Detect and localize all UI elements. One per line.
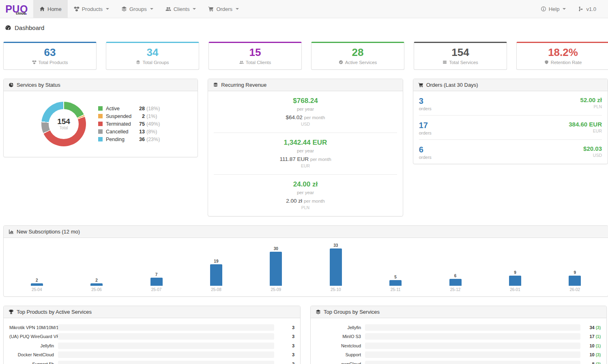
bar[interactable]: [389, 280, 402, 286]
legend-pct: (8%): [146, 129, 157, 135]
hbar-track: [365, 343, 580, 349]
layers-icon: [121, 6, 127, 12]
panel-heading: Services by Status: [4, 79, 198, 91]
stat-label-text: Total Services: [449, 60, 478, 65]
revenue-monthly: $64.02: [286, 114, 303, 120]
legend-item-active[interactable]: Active 28 (18%): [98, 106, 160, 111]
stat-value: 18.2%: [517, 46, 608, 59]
top-products-chart[interactable]: Mikrotik VPN 10M/10M/1... 3 (UA) PUQ Wir…: [4, 318, 300, 364]
hbar-track: [365, 351, 580, 358]
hbar-label: Jellyfin: [316, 325, 365, 330]
info-icon: [541, 6, 546, 12]
revenue-monthly: 111.87 EUR: [279, 156, 309, 162]
bar-category-label: 25-08: [211, 287, 221, 292]
panels-row: Services by Status 154 Total Active 28: [3, 79, 608, 216]
nav-item-home[interactable]: Home: [33, 0, 68, 18]
bar-column: 225-04: [7, 278, 67, 292]
panel-title: Top Groups by Services: [324, 309, 380, 315]
nav-item-clients[interactable]: Clients: [159, 0, 202, 18]
bar[interactable]: [449, 279, 462, 286]
bar[interactable]: [569, 276, 581, 286]
bar[interactable]: [210, 264, 222, 286]
legend-item-pending[interactable]: Pending 36 (23%): [98, 137, 160, 142]
nav-item-groups[interactable]: Groups: [115, 0, 159, 18]
revenue-monthly-label: per month: [304, 199, 325, 203]
bar-value-label: 33: [333, 243, 338, 248]
hbar-row: Docker NextCloud 3: [9, 350, 294, 360]
help-menu[interactable]: Help: [535, 0, 572, 18]
legend-pct: (1%): [146, 113, 157, 119]
bar[interactable]: [90, 283, 103, 286]
nav-label: Clients: [174, 6, 190, 12]
order-left: 3 orders: [419, 96, 432, 111]
order-count: 3: [419, 96, 432, 105]
top-groups-chart[interactable]: Jellyfin 34 (3) MinIO S3 17 (1) Nextclou…: [311, 318, 606, 364]
legend-item-cancelled[interactable]: Cancelled 13 (8%): [98, 129, 160, 135]
stat-cards-row: 63 Total Products 34 Total Groups 15 Tot…: [3, 42, 608, 70]
revenue-monthly-line: 2.00 zł per month: [208, 198, 402, 204]
bar[interactable]: [31, 283, 43, 286]
home-icon: [39, 6, 45, 12]
page-title: Dashboard: [5, 24, 608, 31]
hbar-value: 10 (3): [580, 352, 601, 357]
bar-column: 1925-08: [186, 259, 246, 292]
nav-item-orders[interactable]: Orders: [202, 0, 245, 18]
layers-icon: [136, 60, 140, 64]
legend-item-terminated[interactable]: Terminated 75 (49%): [98, 121, 160, 127]
hbar-value: 10 (1): [580, 343, 601, 348]
page-content: Dashboard 63 Total Products 34 Total Gro…: [0, 24, 608, 364]
panel-heading: Top Products by Active Services: [4, 306, 300, 318]
nav-label: Orders: [216, 6, 232, 12]
version-link[interactable]: v1.0: [572, 0, 602, 18]
nav-label: Products: [82, 6, 103, 12]
hbar-track: [58, 324, 274, 331]
card-total-clients: 15 Total Clients: [208, 42, 302, 70]
subscriptions-chart-area: 225-04225-06725-071925-083025-093325-105…: [4, 238, 608, 296]
services-donut[interactable]: 154 Total: [41, 102, 86, 146]
bar-chart-icon: [9, 229, 14, 234]
stat-label: Retention Rate: [517, 60, 608, 65]
panel-heading: Top Groups by Services: [311, 306, 606, 318]
subscriptions-chart[interactable]: 225-04225-06725-071925-083025-093325-105…: [7, 240, 605, 292]
orders-body: 3 orders 52.00 zł PLN 17 orders: [413, 91, 608, 164]
stat-label: Total Groups: [106, 60, 199, 65]
brand-logo[interactable]: PUQ cloud: [0, 0, 33, 18]
bar[interactable]: [270, 252, 282, 286]
hbar-row: (UA) PUQ WireGuard VPN 3: [9, 332, 294, 341]
bar-value-label: 19: [214, 259, 218, 263]
hbar-value-number: 3: [292, 343, 294, 348]
hbar-value-number: 10: [589, 352, 594, 357]
legend-value: 36: [137, 137, 145, 142]
stat-label: Total Products: [4, 60, 96, 65]
bar-category-label: 25-06: [91, 287, 102, 292]
bar[interactable]: [150, 278, 163, 286]
order-row-eur: 17 orders 384.60 EUR EUR: [413, 116, 608, 139]
order-right: $20.03 USD: [583, 145, 602, 158]
hbar-label: Support 5h: [9, 362, 58, 364]
orders-panel: Orders (Last 30 Days) 3 orders 52.00 zł …: [413, 79, 608, 164]
bar-value-label: 6: [454, 274, 457, 278]
stat-label-text: Total Clients: [246, 60, 271, 65]
legend-pct: (49%): [146, 121, 160, 127]
chevron-down-icon: [236, 8, 239, 10]
nav-label: Groups: [129, 6, 147, 12]
bar[interactable]: [330, 248, 342, 286]
chevron-down-icon: [106, 8, 109, 10]
stat-value: 63: [4, 46, 96, 59]
services-by-status-panel: Services by Status 154 Total Active 28: [3, 79, 198, 157]
legend-item-suspended[interactable]: Suspended 2 (1%): [98, 113, 160, 119]
bar-category-label: 25-04: [32, 287, 42, 292]
bar[interactable]: [509, 276, 521, 286]
bar-column: 3325-10: [306, 243, 365, 292]
bottom-panels-row: Top Products by Active Services Mikrotik…: [3, 306, 608, 364]
legend-label: Terminated: [106, 121, 137, 127]
legend-swatch: [98, 114, 103, 118]
nav-item-products[interactable]: Products: [68, 0, 115, 18]
hbar-track: [58, 361, 274, 364]
hbar-extra: (3): [596, 353, 601, 357]
hbar-track: [365, 324, 580, 331]
bar-category-label: 25-07: [151, 287, 162, 292]
page-title-text: Dashboard: [15, 24, 44, 31]
order-left: 17 orders: [419, 121, 432, 135]
donut-center: 154 Total: [49, 109, 79, 139]
